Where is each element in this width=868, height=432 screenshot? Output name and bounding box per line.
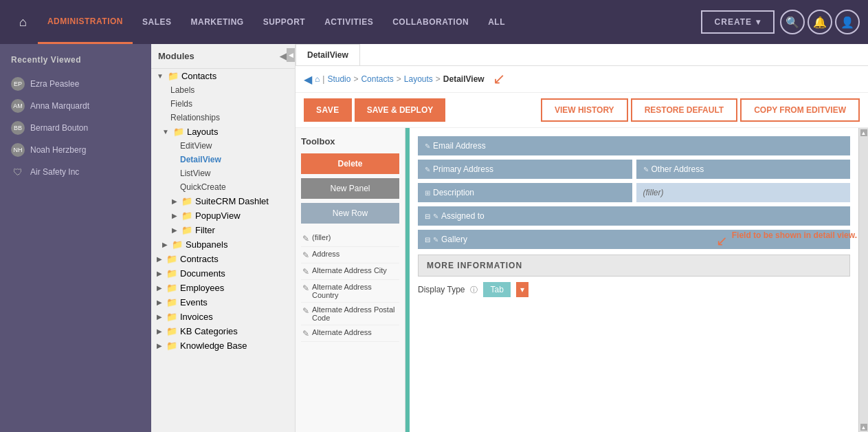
collapse-panel-button[interactable]: ◀ [287,48,295,62]
breadcrumb-layouts[interactable]: Layouts [404,74,433,84]
tree-contacts[interactable]: ▼ 📁 Contacts [151,69,295,83]
kb-label: KB Categories [180,326,238,336]
tree-labels[interactable]: Labels [151,83,295,97]
avatar-noah: NH [11,143,25,157]
user-profile-button[interactable]: 👤 [835,10,860,34]
studio-tabs: DetailView [296,44,868,66]
toolbox-alt-address-city[interactable]: ✎ Alternate Address City [301,263,399,280]
save-deploy-button[interactable]: SAVE & DEPLOY [355,98,445,122]
breadcrumb-contacts[interactable]: Contacts [361,74,393,84]
tree-suitecrm-dashlet[interactable]: ▶ 📁 SuiteCRM Dashlet [151,194,295,208]
tree-kb-categories[interactable]: ▶ 📁 KB Categories [151,324,295,338]
restore-default-button[interactable]: RESTORE DEFAULT [631,98,738,122]
action-bar: SAVE SAVE & DEPLOY VIEW HISTORY RESTORE … [296,93,868,128]
display-type-info-icon: ⓘ [470,285,478,295]
new-panel-button[interactable]: New Panel [301,178,399,199]
view-history-button[interactable]: VIEW HISTORY [541,98,628,122]
sidebar-item-ezra[interactable]: EP Ezra Peaslee [0,73,151,95]
events-folder-icon: 📁 [166,297,177,307]
sidebar-item-noah[interactable]: NH Noah Herzberg [0,139,151,161]
annotation-arrow-icon: ↙ [716,233,728,249]
sidebar-item-air-safety[interactable]: 🛡 Air Safety Inc [0,161,151,183]
sidebar-label-anna: Anna Marquardt [30,101,89,111]
create-button[interactable]: CREATE ▾ [701,10,775,34]
home-button[interactable]: ⌂ [8,15,38,30]
expand-events-icon: ▶ [157,299,162,306]
knowledge-label: Knowledge Base [180,341,247,351]
display-type-dropdown[interactable]: ▾ [516,282,528,297]
popup-folder-icon: 📁 [181,210,192,221]
canvas-field-primary[interactable]: ✎ Primary Address [418,160,632,179]
nav-collaboration[interactable]: COLLABORATION [383,0,478,44]
tree-invoices[interactable]: ▶ 📁 Invoices [151,310,295,324]
tree-filter[interactable]: ▶ 📁 Filter [151,223,295,237]
tree-employees[interactable]: ▶ 📁 Employees [151,281,295,295]
tree-detailview[interactable]: DetailView [151,153,295,166]
module-panel: ◀ Modules ◀ ▼ 📁 Contacts Labels Fields R… [151,44,296,432]
studio-content: Toolbox Delete New Panel New Row ✎ (fill… [296,128,868,432]
sidebar-label-bernard: Bernard Bouton [30,123,88,133]
scroll-up-button[interactable]: ▲ [860,129,867,136]
tree-knowledge-base[interactable]: ▶ 📁 Knowledge Base [151,338,295,353]
tree-quickcreate[interactable]: QuickCreate [151,180,295,194]
nav-activities[interactable]: ACTIVITIES [315,0,383,44]
dashlet-folder-icon: 📁 [181,196,192,206]
content-area: ◀ Modules ◀ ▼ 📁 Contacts Labels Fields R… [151,44,868,432]
toolbox-alt-address-postal[interactable]: ✎ Alternate Address Postal Code [301,303,399,325]
tree-editview[interactable]: EditView [151,139,295,153]
tree-contracts[interactable]: ▶ 📁 Contracts [151,252,295,266]
canvas-field-assigned[interactable]: ⊟ ✎ Assigned to [418,206,850,226]
events-label: Events [180,297,208,307]
subpanels-label: Subpanels [186,239,227,250]
canvas-field-other[interactable]: ✎ Other Address [636,160,851,179]
back-arrow-icon[interactable]: ◀ [304,73,312,86]
canvas-field-email[interactable]: ✎ Email Address [418,136,850,155]
scrollbar-right[interactable]: ▲ ▲ [858,128,868,432]
invoices-folder-icon: 📁 [166,312,177,322]
tree-events[interactable]: ▶ 📁 Events [151,295,295,310]
nav-all[interactable]: ALL [478,0,515,44]
nav-marketing[interactable]: MARKETING [181,0,254,44]
sidebar-item-anna[interactable]: AM Anna Marquardt [0,95,151,117]
expand-invoices-icon: ▶ [157,313,162,321]
toolbox-address[interactable]: ✎ Address [301,247,399,263]
canvas-filler-1[interactable]: (filler) [636,183,851,202]
detail-canvas: ✎ Email Address ✎ Primary Address ✎ Othe… [410,128,858,432]
main-layout: Recently Viewed EP Ezra Peaslee AM Anna … [0,44,868,432]
drag-icon: ✎ [302,234,309,244]
scroll-down-button[interactable]: ▲ [860,424,867,431]
home-breadcrumb-icon[interactable]: ⌂ [315,74,320,84]
tree-listview[interactable]: ListView [151,166,295,180]
tab-detailview[interactable]: DetailView [296,44,360,65]
tree-popupview[interactable]: ▶ 📁 PopupView [151,208,295,223]
field-icon-primary: ✎ [425,166,430,173]
tree-relationships[interactable]: Relationships [151,111,295,125]
filter-label: Filter [195,225,215,235]
notifications-button[interactable]: 🔔 [808,10,832,34]
copy-from-editview-button[interactable]: COPY FROM EDITVIEW [740,98,860,122]
docs-folder-icon: 📁 [166,268,177,279]
tree-documents[interactable]: ▶ 📁 Documents [151,266,295,281]
delete-button[interactable]: Delete [301,153,399,174]
filter-folder-icon: 📁 [181,225,192,235]
toolbox-filler[interactable]: ✎ (filler) [301,230,399,247]
tree-layouts[interactable]: ▼ 📁 Layouts [151,125,295,139]
nav-sales[interactable]: SALES [133,0,181,44]
tree-fields[interactable]: Fields [151,97,295,111]
nav-administration[interactable]: ADMINISTRATION [38,0,133,44]
toolbox-alt-address-country[interactable]: ✎ Alternate Address Country [301,280,399,303]
breadcrumb-studio[interactable]: Studio [327,74,350,84]
new-row-button[interactable]: New Row [301,203,399,224]
sidebar-item-bernard[interactable]: BB Bernard Bouton [0,117,151,139]
search-button[interactable]: 🔍 [780,10,805,34]
module-tree: ▼ 📁 Contacts Labels Fields Relationships… [151,69,295,353]
save-button[interactable]: SAVE [304,98,352,122]
collapse-icon-gallery: ⊟ [425,236,430,244]
drag-icon-city: ✎ [302,267,309,277]
display-type-value[interactable]: Tab [483,282,510,297]
invoices-label: Invoices [180,312,213,322]
canvas-field-description[interactable]: ⊞ Description [418,183,632,202]
toolbox-alt-address[interactable]: ✎ Alternate Address [301,325,399,342]
nav-support[interactable]: SUPPORT [254,0,315,44]
tree-subpanels[interactable]: ▶ 📁 Subpanels [151,237,295,252]
